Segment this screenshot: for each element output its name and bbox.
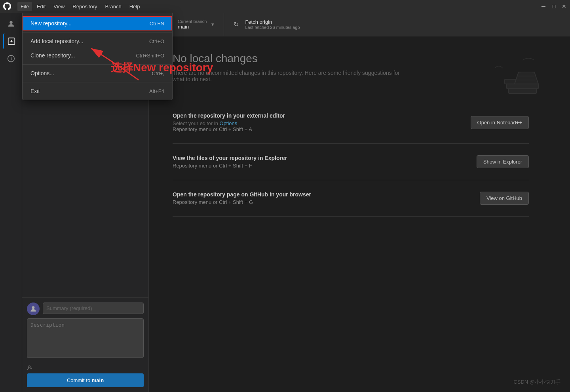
svg-point-3 [32,306,35,309]
illustration [483,52,546,117]
maximize-button[interactable]: □ [551,4,557,9]
sidebar-icon-history[interactable] [3,51,19,67]
menu-item-view[interactable]: View [50,2,68,11]
add-local-label: Add local repository... [30,38,84,44]
menu-item-help[interactable]: Help [126,2,143,11]
svg-point-4 [28,366,30,368]
action-item-github: Open the repository page on GitHub in yo… [173,180,529,217]
action-subtitle-editor: Select your editor in Options [173,120,471,126]
menu-item-clone[interactable]: Clone repository... Ctrl+Shift+O [23,48,172,63]
menu-item-new-repository[interactable]: New repository... Ctrl+N [23,16,172,30]
menu-item-branch[interactable]: Branch [102,2,124,11]
description-input[interactable] [27,318,144,358]
action-list: Open the repository in your external edi… [173,101,529,217]
menu-item-repository[interactable]: Repository [69,2,100,11]
menu-item-options[interactable]: Options... Ctrl+, [23,66,172,80]
menu-header: New repository... Ctrl+N Add local repos… [23,13,172,100]
toolbar: ⎇ Current branch main ▾ ↻ Fetch origin L… [149,13,570,36]
sync-icon: ↻ [234,21,239,28]
summary-input[interactable] [43,303,144,314]
add-local-shortcut: Ctrl+O [149,38,164,44]
new-repo-label: New repository... [30,20,72,27]
close-button[interactable]: ✕ [561,4,567,9]
clone-shortcut: Ctrl+Shift+O [136,53,164,59]
commit-footer: Commit to main [22,297,148,392]
sidebar-icon-profile[interactable] [3,16,19,32]
co-authors-row[interactable] [27,362,144,373]
avatar-row [27,303,144,315]
new-repo-shortcut: Ctrl+N [150,21,164,27]
fetch-info: Fetch origin Last fetched 26 minutes ago [245,19,300,30]
action-info-editor: Open the repository in your external edi… [173,112,471,132]
fetch-label: Fetch origin [245,19,300,25]
exit-label: Exit [30,88,40,94]
sidebar [0,13,22,392]
action-item-explorer: View the files of your repository in Exp… [173,144,529,180]
sidebar-icon-changes[interactable] [3,33,19,49]
fetch-sublabel: Last fetched 26 minutes ago [245,25,300,30]
show-explorer-button[interactable]: Show in Explorer [477,155,529,168]
menu-item-exit[interactable]: Exit Alt+F4 [23,84,172,98]
exit-shortcut: Alt+F4 [149,88,164,94]
branch-info: Current branch main [178,19,207,30]
svg-rect-7 [509,89,536,93]
branch-chevron-icon: ▾ [211,21,214,27]
action-title-github: Open the repository page on GitHub in yo… [173,191,480,198]
menu-separator-2 [23,64,172,65]
options-link[interactable]: Options [220,120,238,126]
svg-point-0 [10,21,12,24]
file-menu-dropdown: New repository... Ctrl+N Add local repos… [22,13,173,100]
options-shortcut: Ctrl+, [152,70,164,76]
action-subtitle-github: Repository menu or Ctrl + Shift + G [173,199,480,205]
title-bar-left: File Edit View Repository Branch Help [3,2,143,11]
action-title-editor: Open the repository in your external edi… [173,112,471,119]
avatar [27,303,40,315]
action-info-github: Open the repository page on GitHub in yo… [173,191,480,205]
menu-item-add-local[interactable]: Add local repository... Ctrl+O [23,34,172,48]
main-content: ⎇ Current branch main ▾ ↻ Fetch origin L… [149,13,570,392]
action-item-editor: Open the repository in your external edi… [173,101,529,144]
action-info-explorer: View the files of your repository in Exp… [173,155,477,169]
action-subtitle-explorer: Repository menu or Ctrl + Shift + F [173,163,477,169]
branch-label: Current branch [178,19,207,24]
watermark: CSDN @小小快刀手 [513,379,560,386]
open-editor-button[interactable]: Open in Notepad++ [471,116,529,129]
options-label: Options... [30,70,54,76]
title-bar-controls: ─ □ ✕ [541,4,567,9]
menu-item-file[interactable]: File [17,2,32,11]
content-area: No local changes There are no uncommitte… [149,36,570,392]
view-github-button[interactable]: View on GitHub [480,192,529,205]
branch-value: main [178,24,207,30]
svg-rect-5 [507,84,538,89]
commit-btn-text: Commit to [67,377,92,383]
menu-separator-1 [23,32,172,32]
github-logo-icon [3,2,11,10]
title-bar: File Edit View Repository Branch Help ─ … [0,0,570,13]
menu-bar: File Edit View Repository Branch Help [17,2,143,11]
fetch-origin-section[interactable]: ↻ Fetch origin Last fetched 26 minutes a… [224,13,309,36]
clone-label: Clone repository... [30,52,75,59]
action-shortcut-editor: Repository menu or Ctrl + Shift + A [173,126,471,132]
minimize-button[interactable]: ─ [541,4,546,9]
commit-btn-branch: main [92,377,104,383]
action-title-explorer: View the files of your repository in Exp… [173,155,477,161]
commit-button[interactable]: Commit to main [27,373,144,387]
menu-separator-3 [23,82,172,82]
menu-item-edit[interactable]: Edit [34,2,49,11]
no-changes-description: There are no uncommitted changes in this… [173,70,410,82]
